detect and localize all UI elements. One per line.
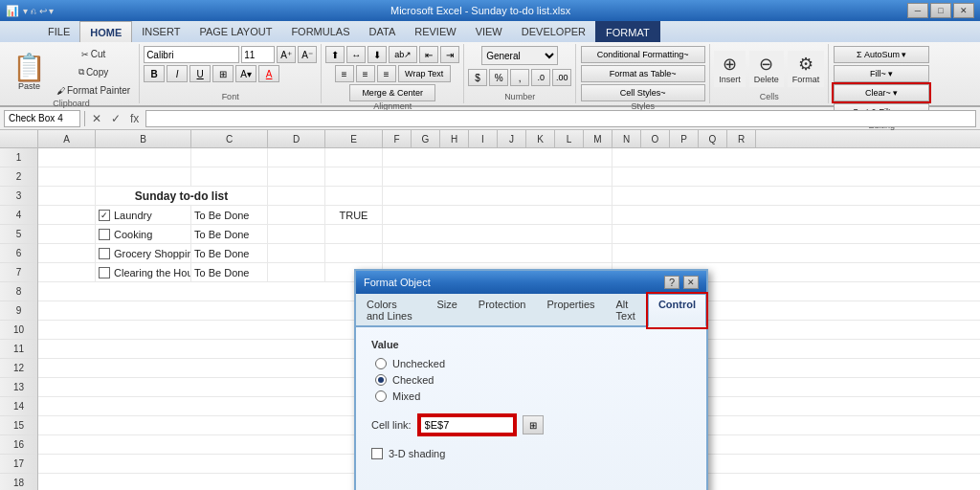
dialog-tab-size[interactable]: Size [426,294,467,325]
cell-c1[interactable] [191,148,268,167]
font-color-button[interactable]: A [258,65,279,82]
shading-checkbox[interactable] [371,448,383,459]
cell-a2[interactable] [38,167,96,186]
cell-a5[interactable] [38,225,96,243]
font-name-input[interactable] [144,46,239,63]
row-header-14[interactable]: 14 [0,397,37,416]
cell-link-picker-button[interactable]: ⊞ [523,415,544,434]
row-header-12[interactable]: 12 [0,359,37,378]
radio-checked[interactable]: Checked [375,374,691,386]
cell-d2[interactable] [268,167,325,186]
radio-unchecked-dot[interactable] [375,358,387,369]
row-header-16[interactable]: 16 [0,435,37,455]
cell-e3[interactable] [325,187,383,205]
dialog-tab-control[interactable]: Control [648,294,706,327]
fill-button[interactable]: Fill~ ▾ [834,65,929,82]
text-rotate-button[interactable]: ab↗ [389,46,417,63]
col-header-i[interactable]: I [469,130,498,147]
col-header-d[interactable]: D [268,130,325,147]
tab-insert[interactable]: INSERT [132,21,189,42]
cell-d1[interactable] [268,148,325,167]
cell-link-input[interactable] [419,415,515,434]
cell-e5[interactable] [325,225,383,243]
row-header-4[interactable]: 4 [0,206,37,225]
row-header-18[interactable]: 18 [0,474,37,490]
row-header-5[interactable]: 5 [0,225,37,244]
tab-file[interactable]: FILE [38,21,79,42]
name-box[interactable] [4,110,80,127]
col-header-n[interactable]: N [612,130,641,147]
font-size-input[interactable] [241,46,275,63]
italic-button[interactable]: I [167,65,188,82]
cell-e2[interactable] [325,167,383,186]
tab-page-layout[interactable]: PAGE LAYOUT [189,21,281,42]
border-button[interactable]: ⊞ [212,65,234,82]
dialog-tab-alt-text[interactable]: Alt Text [606,294,648,325]
checkbox-laundry[interactable]: ✓ Laundry [99,210,152,221]
row-header-6[interactable]: 6 [0,244,37,263]
copy-button[interactable]: ⧉ Copy [52,64,135,80]
row-header-8[interactable]: 8 [0,282,37,301]
font-grow-button[interactable]: A⁺ [277,46,296,63]
col-header-f[interactable]: F [383,130,412,147]
decimal-increase-button[interactable]: .00 [552,69,571,86]
format-as-table-button[interactable]: Format as Table~ [581,65,705,82]
close-button[interactable]: ✕ [953,3,974,18]
tab-home[interactable]: HOME [79,21,132,42]
currency-button[interactable]: $ [468,69,487,86]
align-left-button[interactable]: ≡ [335,65,354,82]
font-shrink-button[interactable]: A⁻ [298,46,317,63]
col-header-g[interactable]: G [412,130,440,147]
row-header-9[interactable]: 9 [0,301,37,321]
paste-button[interactable]: 📋 Paste [8,52,51,94]
cell-d4[interactable] [268,206,325,224]
underline-button[interactable]: U [189,65,211,82]
dialog-tab-properties[interactable]: Properties [536,294,605,325]
formula-input[interactable] [145,110,976,127]
cell-fg5[interactable] [383,225,612,243]
col-header-m[interactable]: M [584,130,612,147]
row-header-13[interactable]: 13 [0,378,37,397]
wrap-text-button[interactable]: Wrap Text [398,65,451,82]
align-right-button[interactable]: ≡ [377,65,396,82]
cell-fg2[interactable] [383,167,612,186]
checkbox-clearing[interactable]: Clearing the House [99,267,191,278]
minimize-button[interactable]: ─ [907,3,928,18]
row-header-17[interactable]: 17 [0,455,37,474]
align-bottom-button[interactable]: ⬇ [368,46,387,63]
indent-decrease-button[interactable]: ⇤ [419,46,438,63]
cell-d3[interactable] [268,187,325,205]
col-header-p[interactable]: P [670,130,699,147]
col-header-r[interactable]: R [727,130,756,147]
cell-b1[interactable] [96,148,191,167]
cell-b4[interactable]: ✓ Laundry [96,206,191,224]
clear-button[interactable]: Clear~ ▾ [834,84,929,101]
checkbox-laundry-box[interactable]: ✓ [99,210,110,221]
col-header-c[interactable]: C [191,130,268,147]
bold-button[interactable]: B [144,65,165,82]
merge-center-button[interactable]: Merge & Center [349,84,435,101]
decimal-decrease-button[interactable]: .0 [531,69,550,86]
dialog-tab-colors-lines[interactable]: Colors and Lines [356,294,426,325]
tab-developer[interactable]: DEVELOPER [512,21,595,42]
align-middle-button[interactable]: ↔ [346,46,366,63]
cell-a6[interactable] [38,244,96,262]
cancel-formula-icon[interactable]: ✕ [89,112,104,125]
cell-e1[interactable] [325,148,383,167]
row-header-3[interactable]: 3 [0,187,37,206]
dialog-close-button[interactable]: ✕ [683,276,699,289]
cell-e6[interactable] [325,244,383,262]
row-header-11[interactable]: 11 [0,340,37,359]
fx-icon[interactable]: fx [127,112,142,125]
cell-c6[interactable]: To Be Done [191,244,268,262]
comma-button[interactable]: , [510,69,529,86]
row-header-2[interactable]: 2 [0,167,37,187]
tab-review[interactable]: REVIEW [405,21,465,42]
cell-b3[interactable]: Sunday to-do list [96,187,268,205]
col-header-e[interactable]: E [325,130,383,147]
col-header-b[interactable]: B [96,130,191,147]
cell-d7[interactable] [268,263,325,281]
col-header-q[interactable]: Q [699,130,727,147]
col-header-j[interactable]: J [498,130,526,147]
fill-color-button[interactable]: A▾ [235,65,256,82]
